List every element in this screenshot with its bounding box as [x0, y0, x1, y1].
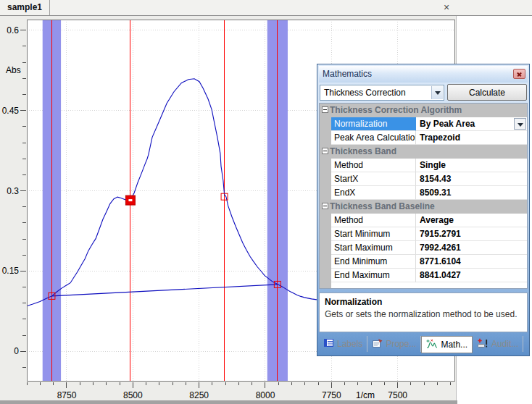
property-row-startx[interactable]: StartX8154.43	[320, 172, 527, 186]
operation-select-value: Thickness Correction	[320, 85, 444, 98]
property-group-thickness-band[interactable]: Thickness Band	[320, 145, 527, 159]
property-value[interactable]: By Peak Area	[416, 117, 527, 131]
x-axis-title: 1/cm	[356, 390, 375, 400]
property-value[interactable]: Trapezoid	[416, 131, 527, 145]
calculate-button[interactable]: Calculate	[447, 84, 527, 101]
document-tab-bar: sample1 ×	[0, 0, 532, 16]
property-value[interactable]: 8154.43	[416, 172, 527, 186]
x-tick-label: 8250	[189, 390, 209, 400]
band-marker-selected-dot	[128, 199, 132, 201]
window-bottom-edge	[0, 400, 457, 404]
property-label: End Maximum	[331, 269, 416, 282]
x-tick-label: 8000	[256, 390, 275, 400]
property-label: Start Maximum	[331, 241, 416, 255]
y-tick-label: 0.6	[7, 25, 19, 35]
property-row-end-minimum[interactable]: End Minimum8771.6104	[320, 255, 527, 269]
collapse-icon[interactable]	[322, 106, 328, 113]
property-row-endx[interactable]: EndX8509.31	[320, 186, 527, 200]
audit-icon	[477, 338, 489, 350]
property-row-method[interactable]: MethodAverage	[320, 214, 527, 227]
close-document-icon[interactable]: ×	[439, 1, 454, 15]
property-value[interactable]: 8509.31	[416, 186, 527, 200]
dialog-tab-label: Audit...	[491, 339, 518, 349]
y-tick-label: 0	[14, 346, 19, 356]
collapse-icon[interactable]	[322, 148, 328, 154]
property-row-peak-area-calculation[interactable]: Peak Area CalculationTrapezoid	[320, 131, 527, 145]
property-value[interactable]: 8771.6104	[416, 255, 527, 269]
property-value[interactable]: 7992.4261	[416, 241, 527, 255]
property-row-normalization[interactable]: NormalizationBy Peak Area	[320, 117, 527, 131]
chevron-down-icon[interactable]	[431, 86, 443, 99]
x-tick-label: 7500	[388, 390, 407, 400]
property-value[interactable]: Single	[416, 159, 527, 172]
property-label: Method	[331, 159, 416, 172]
x-tick-label: 7750	[322, 390, 341, 400]
property-label: StartX	[331, 172, 416, 186]
tab-sample1-label: sample1	[7, 2, 42, 12]
y-axis-title: Abs	[6, 65, 21, 75]
property-label: EndX	[331, 186, 416, 200]
dialog-tab-prope[interactable]: Prope...	[367, 336, 421, 352]
property-value[interactable]: Average	[416, 214, 527, 227]
property-label: Peak Area Calculation	[331, 131, 416, 145]
property-group-thickness-band-baseline[interactable]: Thickness Band Baseline	[320, 200, 527, 214]
mathematics-dialog: Mathematics Thickness Correction Calcula…	[317, 64, 530, 356]
y-tick-label: 0.45	[2, 106, 20, 116]
operation-select[interactable]: Thickness Correction	[320, 85, 444, 101]
x-tick-label: 8750	[57, 390, 77, 400]
property-label: Normalization	[331, 117, 416, 131]
dialog-close-icon[interactable]	[513, 69, 525, 79]
math-icon	[426, 339, 438, 351]
y-tick-label: 0.3	[7, 186, 19, 196]
property-group-thickness-correction-algorithm[interactable]: Thickness Correction Algorithm	[320, 104, 527, 117]
chevron-down-icon[interactable]	[514, 118, 526, 130]
tab-sample1[interactable]: sample1	[4, 0, 50, 15]
property-value[interactable]: 7915.2791	[416, 227, 527, 241]
property-label: Start Minimum	[331, 227, 416, 241]
labels-icon	[323, 338, 334, 350]
property-row-end-maximum[interactable]: End Maximum8841.0427	[320, 269, 527, 282]
y-tick-label: 0.15	[2, 266, 20, 276]
dialog-tab-labels[interactable]: Labels	[319, 336, 367, 352]
property-description-panel: Normalization Gets or sets the normaliza…	[319, 293, 528, 332]
dialog-title-bar[interactable]: Mathematics	[319, 66, 528, 83]
property-row-method[interactable]: MethodSingle	[320, 159, 527, 172]
property-row-start-maximum[interactable]: Start Maximum7992.4261	[320, 241, 527, 255]
description-title: Normalization	[325, 297, 522, 307]
description-text: Gets or sets the normalization method to…	[325, 309, 522, 319]
property-label: Method	[331, 214, 416, 227]
dialog-tab-strip: LabelsPrope...Math...Audit...	[319, 335, 528, 354]
dialog-tab-label: Labels	[337, 339, 362, 349]
properties-icon	[372, 338, 383, 350]
property-grid: Thickness Correction AlgorithmNormalizat…	[319, 103, 528, 289]
property-label: End Minimum	[331, 255, 416, 269]
x-tick-label: 8500	[123, 390, 143, 400]
dialog-tab-label: Prope...	[386, 339, 416, 349]
property-row-start-minimum[interactable]: Start Minimum7915.2791	[320, 227, 527, 241]
dialog-tab-math[interactable]: Math...	[421, 336, 473, 353]
collapse-icon[interactable]	[322, 203, 328, 209]
dialog-toolbar: Thickness Correction Calculate	[319, 83, 528, 103]
dialog-title: Mathematics	[323, 69, 372, 79]
dialog-tab-audit[interactable]: Audit...	[473, 336, 523, 352]
dialog-tab-label: Math...	[441, 340, 467, 350]
property-value[interactable]: 8841.0427	[416, 269, 527, 282]
